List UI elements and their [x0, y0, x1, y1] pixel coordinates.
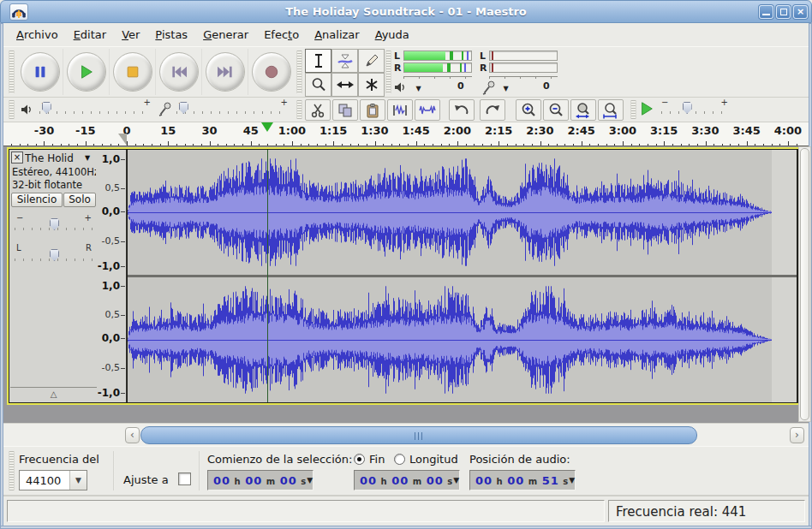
track-gain-slider[interactable]: − +	[15, 218, 93, 234]
input-meter-dropdown[interactable]: ▼	[499, 84, 513, 94]
recording-position-indicator	[261, 122, 273, 132]
track-title-dropdown[interactable]: The Holid ▼	[25, 152, 95, 164]
minus-label: −	[16, 213, 23, 223]
menu-pistas[interactable]: Pistas	[147, 25, 195, 45]
transport-cell	[156, 49, 202, 95]
chevron-down-icon: ▼	[569, 476, 575, 484]
menu-generar[interactable]: Generar	[195, 25, 256, 45]
scroll-left-button[interactable]: ‹	[125, 427, 140, 443]
length-radio-label[interactable]: Longitud	[409, 453, 458, 466]
vertical-ruler-label: 1,0	[102, 280, 120, 292]
mixer-toolbar-grip[interactable]	[9, 100, 15, 119]
snap-to-checkbox[interactable]	[178, 473, 191, 485]
zoom-tool-button[interactable]	[305, 73, 331, 97]
maximize-icon	[780, 9, 787, 15]
track-title: The Holid	[25, 152, 83, 164]
mute-button[interactable]: Silencio	[11, 193, 63, 207]
horizontal-scrollbar-thumb[interactable]	[140, 426, 697, 444]
meter-toolbar-grip[interactable]	[385, 51, 391, 93]
play-button[interactable]	[67, 52, 106, 92]
track-close-button[interactable]: ×	[11, 152, 23, 163]
pause-button[interactable]	[21, 52, 60, 92]
draw-tool-button[interactable]	[358, 49, 385, 73]
transport-toolbar-grip[interactable]	[9, 51, 15, 93]
zoom-fit-button[interactable]	[598, 99, 624, 121]
menu-ayuda[interactable]: Ayuda	[367, 25, 417, 45]
titlebar[interactable]: The Holiday Soundtrack - 01 - Maestro ×	[0, 0, 812, 23]
skip-start-button[interactable]	[159, 52, 199, 92]
envelope-tool-button[interactable]	[331, 49, 358, 73]
zoom-out-icon	[547, 102, 564, 119]
close-button[interactable]: ×	[793, 5, 808, 19]
track-border: × The Holid ▼ Estéreo, 44100Hz 32-bit fl…	[9, 149, 798, 403]
project-rate-combo[interactable]: 44100 ▼	[19, 470, 87, 490]
scroll-right-button[interactable]: ›	[790, 427, 804, 443]
plus-label: +	[144, 98, 151, 107]
selection-start-label: Comienzo de la selección:	[207, 453, 352, 466]
multi-tool-button[interactable]	[358, 73, 385, 97]
end-radio[interactable]	[354, 454, 365, 465]
trim-button[interactable]	[387, 99, 413, 121]
length-radio[interactable]	[394, 454, 405, 465]
menu-efecto[interactable]: Efecto	[256, 25, 307, 45]
menu-ver[interactable]: Ver	[114, 25, 147, 45]
toolbar-row-2: − + − +	[3, 98, 809, 122]
record-icon	[264, 64, 279, 80]
output-meter-dropdown[interactable]: ▼	[411, 84, 426, 94]
track-collapse-button[interactable]: △	[10, 387, 97, 401]
transport-cell	[248, 49, 295, 95]
timeline-ruler[interactable]: -30-1501530451:001:151:301:452:002:152:3…	[3, 122, 809, 146]
zoom-in-button[interactable]	[516, 99, 541, 121]
ruler-label: 30	[201, 124, 217, 137]
edit-toolbar-grip[interactable]	[296, 100, 302, 119]
track-pan-slider[interactable]: L R	[15, 249, 93, 264]
output-meter[interactable]: L R ▼ 0	[394, 50, 476, 96]
waveform-display[interactable]	[128, 150, 797, 402]
vertical-scrollbar[interactable]	[798, 146, 811, 422]
horizontal-scrollbar[interactable]: ‹ ›	[3, 423, 809, 446]
play-at-speed-button[interactable]	[639, 101, 654, 116]
copy-button[interactable]	[332, 99, 358, 121]
zoom-selection-button[interactable]	[570, 99, 596, 121]
output-meter-right-label: R	[394, 62, 401, 74]
stop-button[interactable]	[113, 52, 152, 92]
input-meter[interactable]: L R ▼ 0	[480, 50, 562, 96]
zoom-out-button[interactable]	[543, 99, 569, 121]
menu-editar[interactable]: Editar	[66, 25, 115, 45]
transport-cell	[17, 49, 63, 95]
tools-toolbar-grip[interactable]	[296, 51, 302, 93]
vertical-ruler[interactable]: 1,00,50,0-0,5-1,01,00,50,0-0,5-1,0	[97, 150, 127, 402]
end-radio-label[interactable]: Fin	[369, 453, 385, 466]
selection-tool-button[interactable]	[305, 49, 331, 73]
minimize-button[interactable]	[759, 5, 773, 19]
menu-analizar[interactable]: Analizar	[307, 25, 367, 45]
ruler-label: 1:45	[403, 124, 430, 137]
record-button[interactable]	[252, 52, 291, 92]
selection-start-field[interactable]: 00 h 00 m 00 s▼	[207, 470, 313, 490]
selection-end-field[interactable]: 00 h 00 m 00 s▼	[354, 470, 460, 490]
silence-button[interactable]	[415, 99, 440, 121]
menu-archivo[interactable]: Archivo	[9, 25, 66, 45]
cut-button[interactable]	[305, 99, 331, 121]
stereo-waveform-canvas[interactable]	[128, 150, 797, 402]
vertical-ruler-label: 0,0	[102, 332, 120, 344]
skip-end-button[interactable]	[206, 52, 245, 92]
solo-button[interactable]: Solo	[63, 193, 96, 207]
audacity-window: The Holiday Soundtrack - 01 - Maestro × …	[0, 0, 812, 529]
timeshift-tool-button[interactable]	[331, 73, 358, 97]
paste-button[interactable]	[360, 99, 385, 121]
snap-to-label: Ajuste a	[123, 473, 169, 486]
output-volume-slider[interactable]: − +	[39, 102, 151, 117]
playback-speed-slider[interactable]: − +	[661, 102, 728, 117]
zoom-selection-icon	[575, 102, 592, 119]
maximize-button[interactable]	[776, 5, 791, 19]
transcription-toolbar-grip[interactable]	[630, 100, 636, 119]
undo-button[interactable]	[449, 99, 475, 121]
track-control-panel: × The Holid ▼ Estéreo, 44100Hz 32-bit fl…	[9, 150, 97, 402]
audio-position-field[interactable]: 00 h 00 m 51 s▼	[469, 470, 576, 490]
selection-toolbar-grip[interactable]	[9, 451, 15, 490]
status-bar: Frecuencia real: 441	[3, 496, 809, 526]
redo-button[interactable]	[480, 99, 505, 121]
vertical-scrollbar-thumb[interactable]	[800, 148, 809, 420]
input-volume-slider[interactable]: − +	[176, 102, 288, 117]
